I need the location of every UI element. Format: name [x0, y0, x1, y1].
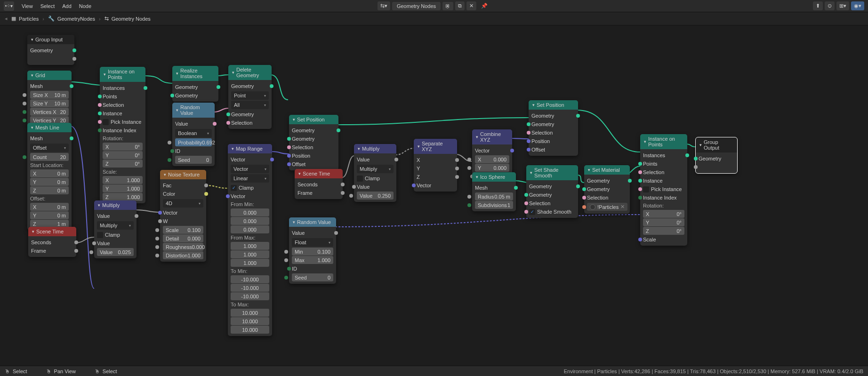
- socket-z[interactable]: [455, 175, 459, 179]
- socket-pick[interactable]: [98, 120, 102, 124]
- users-icon[interactable]: ⧉: [455, 1, 465, 10]
- socket-geo-in[interactable]: [226, 112, 230, 116]
- field-vertices-x[interactable]: Vertices X20: [30, 108, 69, 116]
- socket-smooth[interactable]: [524, 210, 528, 214]
- dropdown-type[interactable]: Vector: [231, 165, 269, 173]
- node-header[interactable]: Scene Time: [295, 169, 343, 178]
- socket-instances[interactable]: [144, 86, 147, 90]
- socket-x[interactable]: [455, 158, 459, 162]
- socket-position[interactable]: [287, 154, 291, 158]
- socket-seconds[interactable]: [341, 183, 345, 186]
- socket-geo-in[interactable]: [582, 187, 586, 191]
- field-rot-x[interactable]: X0°: [103, 143, 143, 151]
- crumb-nodegroup[interactable]: ⇆Geometry Nodes: [104, 16, 151, 22]
- node-header[interactable]: Group Input: [27, 35, 74, 44]
- socket-geo-out[interactable]: [217, 85, 220, 89]
- field-rot-z[interactable]: Z0°: [643, 227, 684, 235]
- node-multiply-2[interactable]: Multiply Value Multiply Clamp Value Valu…: [354, 144, 396, 202]
- socket-points[interactable]: [638, 162, 642, 166]
- node-header[interactable]: Realize Instances: [172, 66, 218, 81]
- shield-icon[interactable]: ⛨: [442, 2, 453, 10]
- dropdown-type[interactable]: Float: [292, 238, 333, 247]
- socket-geo-in[interactable]: [170, 94, 174, 97]
- node-header[interactable]: Multiply: [94, 200, 137, 210]
- unlink-icon[interactable]: ✕: [466, 1, 476, 10]
- socket-mesh[interactable]: [514, 186, 518, 190]
- node-grid[interactable]: Grid Mesh Size X10 m Size Y10 m Vertices…: [27, 71, 72, 127]
- snap-icon[interactable]: ⊙: [825, 1, 835, 10]
- socket-value-in[interactable]: [352, 185, 356, 189]
- node-header[interactable]: Mesh Line: [27, 123, 72, 132]
- field-rot-x[interactable]: X0°: [643, 210, 684, 218]
- menu-select[interactable]: Select: [37, 1, 59, 11]
- node-header[interactable]: Set Position: [289, 115, 338, 124]
- node-header[interactable]: Separate XYZ: [414, 139, 457, 154]
- field-to-max-y[interactable]: 10.000: [231, 317, 269, 325]
- socket-selection[interactable]: [527, 131, 530, 135]
- node-scene-time-1[interactable]: Scene Time Seconds Frame: [28, 227, 76, 257]
- field-seed[interactable]: Seed0: [175, 156, 212, 164]
- field-from-max-z[interactable]: 1.000: [231, 259, 269, 267]
- socket-scale[interactable]: [638, 238, 642, 241]
- checkbox-clamp[interactable]: [357, 176, 363, 182]
- field-probability[interactable]: Probability0.692: [175, 138, 212, 146]
- node-header[interactable]: Delete Geometry: [228, 65, 272, 80]
- editor-type-icon[interactable]: •⁘▾: [4, 1, 14, 11]
- dropdown-mode[interactable]: All: [231, 101, 269, 109]
- field-rot-z[interactable]: Z0°: [103, 160, 143, 168]
- socket-geo-out[interactable]: [337, 128, 340, 132]
- parent-nodetree-icon[interactable]: ⬆: [813, 1, 823, 10]
- socket-selection[interactable]: [582, 196, 586, 200]
- socket-value-in[interactable]: [92, 241, 96, 245]
- pin-icon[interactable]: 📌: [478, 1, 490, 10]
- field-start-z[interactable]: Z0 m: [30, 186, 69, 194]
- field-value[interactable]: Value0.250: [357, 192, 394, 200]
- node-set-position-2[interactable]: Set Position Geometry Geometry Selection…: [529, 100, 578, 156]
- checkbox-clamp[interactable]: [231, 185, 237, 191]
- socket-offset[interactable]: [527, 148, 530, 152]
- field-roughness[interactable]: Roughness0.000: [163, 243, 203, 251]
- socket-w[interactable]: [158, 219, 162, 223]
- node-header[interactable]: Set Material: [584, 165, 630, 175]
- socket-material[interactable]: [582, 205, 586, 209]
- field-subdivisions[interactable]: Subdivisions1: [475, 201, 513, 209]
- node-header[interactable]: Combine XYZ: [472, 129, 512, 144]
- socket-vector[interactable]: [510, 149, 514, 152]
- socket-geometry[interactable]: [694, 157, 698, 160]
- field-to-max-z[interactable]: 10.000: [231, 326, 269, 334]
- socket-value[interactable]: [334, 231, 338, 235]
- socket-points[interactable]: [98, 95, 102, 98]
- field-max[interactable]: Max1.000: [292, 256, 333, 264]
- socket-frame[interactable]: [341, 191, 345, 195]
- socket-position[interactable]: [527, 139, 530, 143]
- node-header[interactable]: Group Output: [696, 137, 737, 152]
- node-random-value-2[interactable]: Random Value Value Float Min0.100 Max1.0…: [289, 217, 336, 284]
- socket-extend[interactable]: [72, 57, 76, 61]
- field-distortion[interactable]: Distortion1.000: [163, 251, 203, 259]
- node-header[interactable]: Ico Sphere: [472, 172, 516, 182]
- crumb-modifier[interactable]: 🔧GeometryNodes: [48, 16, 95, 22]
- dropdown-dim[interactable]: 4D: [163, 199, 203, 208]
- socket-geometry[interactable]: [72, 48, 76, 52]
- field-size-y[interactable]: Size Y10 m: [30, 99, 69, 107]
- node-delete-geometry[interactable]: Delete Geometry Geometry Point All Geome…: [228, 65, 272, 129]
- socket-frame[interactable]: [74, 249, 78, 253]
- node-multiply-1[interactable]: Multiply Value Multiply Clamp Value Valu…: [94, 200, 137, 258]
- field-rot-y[interactable]: Y0°: [103, 151, 143, 159]
- node-header[interactable]: Instance on Points: [640, 134, 687, 149]
- field-from-min-x[interactable]: 0.000: [231, 208, 269, 216]
- node-mesh-line[interactable]: Mesh Line Mesh Offset Count20 Start Loca…: [27, 123, 72, 230]
- menu-node[interactable]: Node: [75, 1, 95, 11]
- node-header[interactable]: Instance on Points: [100, 67, 145, 82]
- field-size-x[interactable]: Size X10 m: [30, 91, 69, 99]
- field-from-min-y[interactable]: 0.000: [231, 217, 269, 225]
- node-map-range[interactable]: Map Range Vector Vector Linear Clamp Vec…: [228, 144, 272, 336]
- field-y[interactable]: Y0.000: [475, 164, 509, 172]
- node-instance-on-points-2[interactable]: Instance on Points Instances Points Sele…: [640, 134, 687, 246]
- checkbox-pick[interactable]: [103, 119, 109, 125]
- menu-view[interactable]: View: [18, 1, 37, 11]
- dropdown-mode[interactable]: Offset: [30, 144, 69, 152]
- socket-geo-out[interactable]: [576, 114, 580, 118]
- node-scene-time-2[interactable]: Scene Time Seconds Frame: [295, 169, 343, 199]
- dropdown-domain[interactable]: Point: [231, 91, 269, 100]
